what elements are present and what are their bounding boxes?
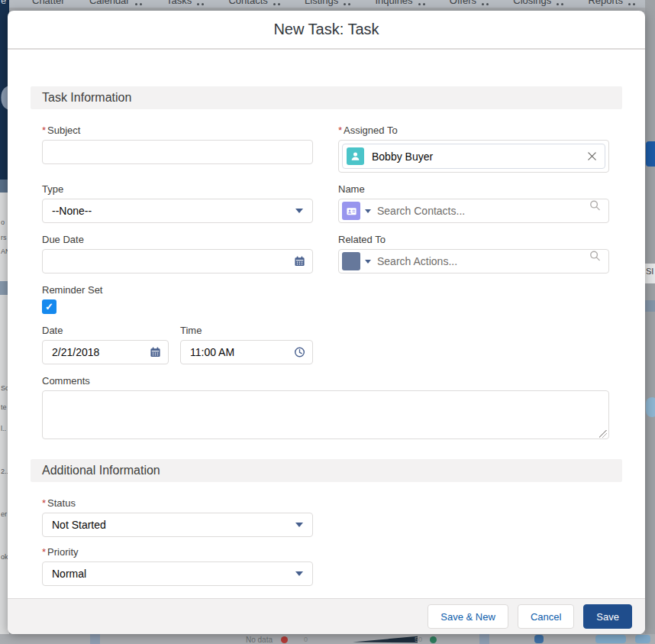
chevron-down-icon — [295, 571, 303, 576]
remove-assignee-icon[interactable] — [587, 151, 597, 161]
chevron-down-icon[interactable] — [557, 3, 563, 5]
chevron-down-icon[interactable] — [344, 3, 350, 5]
chevron-down-icon[interactable] — [628, 3, 635, 5]
nav-tab-closings[interactable]: Closings — [513, 0, 563, 8]
date-time-row: Date Time — [42, 325, 313, 364]
due-date-input[interactable] — [42, 249, 313, 273]
chevron-down-icon[interactable] — [135, 3, 142, 5]
background-text-fragment: er — [1, 510, 7, 518]
background-text-fragment: SI — [646, 267, 653, 276]
reminder-time-field: Time — [180, 325, 313, 364]
background-text-fragment: o — [1, 218, 5, 226]
related-to-search-input[interactable] — [377, 255, 589, 267]
user-avatar-icon — [347, 147, 364, 165]
additional-information-form: *Status Not Started *Priority Normal — [42, 497, 313, 586]
comments-textarea[interactable] — [42, 390, 609, 439]
due-date-label: Due Date — [42, 234, 313, 245]
name-search-input[interactable] — [377, 205, 589, 217]
background-nav-fragment: e — [1, 0, 6, 6]
nav-tab-reports[interactable]: Reports — [588, 0, 635, 8]
entity-chevron-down-icon[interactable] — [365, 209, 371, 213]
reminder-time-input[interactable] — [180, 340, 313, 364]
status-label: *Status — [42, 497, 313, 509]
chevron-down-icon — [295, 523, 303, 527]
chevron-down-icon[interactable] — [418, 3, 425, 5]
background-text-fragment: l.. — [1, 425, 6, 432]
name-label: Name — [338, 183, 609, 195]
required-asterisk: * — [42, 497, 46, 509]
priority-label: *Priority — [42, 546, 313, 558]
nav-tab-offers[interactable]: Offers — [450, 0, 489, 8]
related-to-label: Related To — [338, 234, 609, 245]
calendar-icon[interactable] — [294, 256, 305, 267]
modal-title: New Task: Task — [273, 21, 379, 38]
save-and-new-button[interactable]: Save & New — [428, 604, 508, 629]
nav-tab-tasks[interactable]: Tasks — [166, 0, 204, 8]
subject-input[interactable] — [42, 140, 313, 164]
subject-label: *Subject — [42, 125, 313, 136]
assigned-to-label: *Assigned To — [338, 125, 609, 136]
background-box-fragment: SI — [645, 264, 655, 283]
save-button[interactable]: Save — [583, 604, 632, 629]
entity-chevron-down-icon[interactable] — [365, 260, 371, 264]
reminder-set-field: Reminder Set ✓ — [42, 284, 313, 314]
time-label: Time — [180, 325, 313, 336]
background-bar-fragment — [90, 634, 100, 644]
legend-dot-green — [430, 636, 437, 643]
reminder-checkbox[interactable]: ✓ — [42, 299, 56, 314]
chevron-down-icon[interactable] — [273, 3, 280, 5]
comments-field: Comments — [42, 375, 609, 442]
chevron-down-icon — [295, 209, 303, 213]
priority-select[interactable]: Normal — [42, 561, 313, 586]
nav-tab-inquiries[interactable]: Inquiries — [375, 0, 424, 8]
screen: Chatter Calendar Tasks Contacts Listings… — [0, 0, 655, 644]
background-chart-fragment — [595, 635, 626, 643]
contact-card-icon — [342, 202, 360, 220]
background-chart-fragment — [635, 635, 650, 643]
chevron-down-icon[interactable] — [197, 3, 204, 5]
name-lookup[interactable] — [338, 199, 609, 223]
background-tab-bar: Chatter Calendar Tasks Contacts Listings… — [9, 0, 655, 8]
name-field: Name — [338, 183, 609, 223]
action-object-icon — [342, 252, 360, 270]
reminder-set-label: Reminder Set — [42, 284, 313, 296]
related-to-field: Related To — [338, 234, 609, 273]
resize-handle[interactable] — [599, 430, 607, 438]
clock-icon[interactable] — [294, 347, 305, 358]
nav-tab-chatter[interactable]: Chatter — [32, 0, 65, 8]
nav-tab-listings[interactable]: Listings — [305, 0, 350, 8]
status-field: *Status Not Started — [42, 497, 313, 537]
calendar-icon[interactable] — [150, 347, 161, 358]
nav-tab-calendar[interactable]: Calendar — [89, 0, 142, 8]
assigned-to-value: Bobby Buyer — [372, 150, 587, 163]
priority-field: *Priority Normal — [42, 546, 313, 586]
checkmark-icon: ✓ — [45, 302, 53, 312]
assigned-to-pill[interactable]: Bobby Buyer — [342, 144, 605, 169]
section-task-information: Task Information — [31, 86, 622, 109]
cancel-button[interactable]: Cancel — [518, 604, 574, 629]
background-chart-fragment — [534, 635, 544, 643]
chevron-down-icon[interactable] — [482, 3, 489, 5]
assigned-to-lookup[interactable]: Bobby Buyer — [338, 140, 609, 173]
nav-tab-contacts[interactable]: Contacts — [228, 0, 279, 8]
due-date-input-wrap — [42, 249, 313, 273]
type-select[interactable]: --None-- — [42, 199, 313, 223]
priority-value: Normal — [52, 568, 86, 580]
required-asterisk: * — [42, 546, 46, 558]
due-date-field: Due Date — [42, 234, 313, 273]
required-asterisk: * — [338, 125, 342, 136]
background-text-fragment: rs — [1, 234, 7, 241]
spacer — [338, 284, 609, 314]
spacer — [338, 325, 609, 364]
status-select[interactable]: Not Started — [42, 513, 313, 537]
gauge-mid-label: 50 — [415, 636, 422, 643]
date-label: Date — [42, 325, 169, 336]
comments-label: Comments — [42, 375, 609, 387]
background-band — [645, 300, 655, 312]
type-label: Type — [42, 183, 313, 195]
section-additional-information: Additional Information — [31, 459, 622, 482]
modal-body: Task Information *Subject *Assigned To — [8, 50, 645, 598]
legend-dot-red — [281, 636, 288, 643]
related-to-lookup[interactable] — [338, 249, 609, 273]
reminder-date-field: Date — [42, 325, 169, 364]
